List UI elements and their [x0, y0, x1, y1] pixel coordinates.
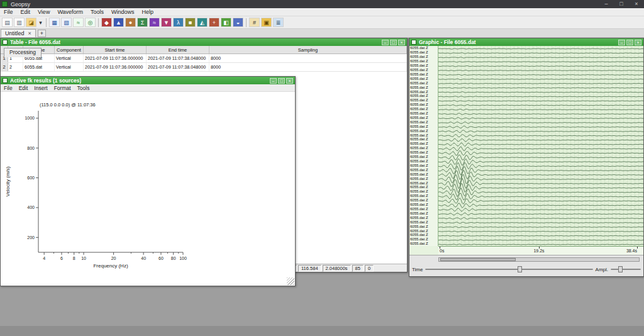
- table-cell[interactable]: Vertical: [55, 63, 84, 71]
- table-cell[interactable]: 2021-07-09 11:07:36.000000: [84, 63, 147, 71]
- main-close-button[interactable]: ×: [629, 0, 644, 8]
- trace-label[interactable]: 6055.dat Z: [409, 176, 438, 181]
- table-window-close-button[interactable]: ×: [398, 40, 405, 45]
- trace-label[interactable]: 6055.dat Z: [409, 137, 438, 142]
- trace-label[interactable]: 6055.dat Z: [409, 76, 438, 81]
- group-view-icon[interactable]: ▧: [61, 18, 72, 27]
- map-view-icon[interactable]: ◎: [85, 18, 96, 27]
- table-row[interactable]: 226055.datVertical2021-07-09 11:07:36.00…: [1, 63, 407, 72]
- trace-label[interactable]: 6055.dat Z: [409, 85, 438, 89]
- trace-label[interactable]: 6055.dat Z: [409, 146, 438, 150]
- menu-tools[interactable]: Tools: [87, 8, 108, 16]
- tool-icon-8[interactable]: ■: [185, 18, 196, 27]
- trace-label[interactable]: 6055.dat Z: [409, 55, 438, 59]
- time-slider-handle[interactable]: [518, 266, 522, 272]
- table-cell[interactable]: 2021-07-09 11:07:38.048000: [147, 54, 209, 62]
- fk-menu-tools[interactable]: Tools: [74, 84, 93, 92]
- main-titlebar[interactable]: Geopsy –□×: [0, 0, 644, 8]
- trace-label[interactable]: 6055.dat Z: [409, 203, 438, 207]
- table-cell[interactable]: Vertical: [55, 54, 84, 62]
- table-cell[interactable]: 8000: [209, 63, 407, 71]
- trace-label[interactable]: 6055.dat Z: [409, 167, 438, 172]
- folder-dropdown-arrow-icon[interactable]: ▾: [38, 18, 43, 27]
- column-header-component[interactable]: Component: [55, 46, 84, 53]
- table-cell[interactable]: 6055.dat: [23, 63, 55, 71]
- column-header-end-time[interactable]: End time: [147, 46, 209, 53]
- trace-label[interactable]: 6055.dat Z: [409, 159, 438, 164]
- row-header[interactable]: 2: [1, 63, 8, 71]
- tab-close-icon[interactable]: ×: [28, 30, 31, 36]
- menu-file[interactable]: File: [0, 8, 17, 16]
- trace-label[interactable]: 6055.dat Z: [409, 128, 438, 133]
- fk-window-close-button[interactable]: ×: [286, 78, 293, 84]
- tool-icon-3[interactable]: ●: [125, 18, 136, 27]
- trace-label[interactable]: 6055.dat Z: [409, 198, 438, 203]
- column-header-start-time[interactable]: Start time: [84, 46, 147, 53]
- fk-menu-file[interactable]: File: [1, 84, 16, 92]
- scrollbar-handle[interactable]: [440, 258, 516, 261]
- table-cell[interactable]: 2021-07-09 11:07:36.000000: [84, 54, 147, 62]
- tool-icon-6[interactable]: ▼: [161, 18, 172, 27]
- trace-label[interactable]: 6055.dat Z: [409, 181, 438, 185]
- trace-label[interactable]: 6055.dat Z: [409, 46, 438, 50]
- fk-menu-insert[interactable]: Insert: [31, 84, 50, 92]
- trace-label[interactable]: 6055.dat Z: [409, 64, 438, 68]
- trace-label[interactable]: 6055.dat Z: [409, 116, 438, 120]
- trace-label[interactable]: 6055.dat Z: [409, 120, 438, 124]
- main-minimize-button[interactable]: –: [599, 0, 614, 8]
- trace-label[interactable]: 6055.dat Z: [409, 215, 438, 220]
- add-tab-button[interactable]: +: [38, 30, 46, 37]
- trace-label[interactable]: 6055.dat Z: [409, 124, 438, 128]
- fk-window-minimize-button[interactable]: –: [270, 78, 277, 84]
- menu-waveform[interactable]: Waveform: [53, 8, 87, 16]
- tool-icon-9[interactable]: ◭: [197, 18, 208, 27]
- trace-label[interactable]: 6055.dat Z: [409, 68, 438, 72]
- slider-track[interactable]: [425, 269, 592, 270]
- fk-menu-format[interactable]: Format: [51, 84, 74, 92]
- trace-label[interactable]: 6055.dat Z: [409, 224, 438, 228]
- trace-label[interactable]: 6055.dat Z: [409, 228, 438, 233]
- trace-label[interactable]: 6055.dat Z: [409, 111, 438, 116]
- open-file-icon[interactable]: ▥: [14, 18, 25, 27]
- tool-icon-7[interactable]: λ: [173, 18, 184, 27]
- graphic-view-icon[interactable]: ≈: [73, 18, 84, 27]
- graphic-window-titlebar[interactable]: Graphic - File 6055.dat –□×: [409, 38, 643, 46]
- tool-icon-11[interactable]: ◧: [221, 18, 231, 27]
- new-document-icon[interactable]: ▤: [2, 18, 13, 27]
- trace-label[interactable]: 6055.dat Z: [409, 103, 438, 107]
- tool-icon-5[interactable]: ≈: [149, 18, 160, 27]
- trace-label[interactable]: 6055.dat Z: [409, 59, 438, 64]
- table-view-icon[interactable]: ▦: [49, 18, 60, 27]
- tool-icon-1[interactable]: ◆: [101, 18, 112, 27]
- table-cell[interactable]: 2021-07-09 11:07:38.048000: [147, 63, 209, 71]
- trace-label[interactable]: 6055.dat Z: [409, 163, 438, 167]
- trace-label[interactable]: 6055.dat Z: [409, 94, 438, 98]
- trace-label[interactable]: 6055.dat Z: [409, 194, 438, 198]
- trace-label[interactable]: 6055.dat Z: [409, 242, 438, 246]
- trace-label[interactable]: 6055.dat Z: [409, 207, 438, 211]
- menu-edit[interactable]: Edit: [17, 8, 35, 16]
- trace-label[interactable]: 6055.dat Z: [409, 220, 438, 224]
- trace-label[interactable]: 6055.dat Z: [409, 72, 438, 76]
- tool-icon-2[interactable]: ▲: [113, 18, 124, 27]
- tool-icon-10[interactable]: +: [209, 18, 219, 27]
- main-maximize-button[interactable]: □: [614, 0, 629, 8]
- fk-menu-edit[interactable]: Edit: [16, 84, 31, 92]
- trace-label[interactable]: 6055.dat Z: [409, 107, 438, 111]
- open-folder-icon[interactable]: ◪: [26, 18, 36, 27]
- trace-label[interactable]: 6055.dat Z: [409, 89, 438, 94]
- trace-label[interactable]: 6055.dat Z: [409, 237, 438, 242]
- trace-label[interactable]: 6055.dat Z: [409, 172, 438, 176]
- trace-label[interactable]: 6055.dat Z: [409, 155, 438, 159]
- trace-label[interactable]: 6055.dat Z: [409, 189, 438, 194]
- fk-window-maximize-button[interactable]: □: [278, 78, 285, 84]
- ampl-slider-handle[interactable]: [618, 266, 623, 272]
- fk-window-titlebar[interactable]: Active fk results (1 sources) –□×: [1, 77, 295, 84]
- column-header-sampling[interactable]: Sampling: [209, 46, 407, 53]
- menu-view[interactable]: View: [34, 8, 53, 16]
- table-window-minimize-button[interactable]: –: [382, 40, 389, 45]
- horizontal-scrollbar[interactable]: [438, 257, 640, 262]
- tab-untitled[interactable]: Untitled ×: [1, 29, 36, 37]
- trace-label[interactable]: 6055.dat Z: [409, 185, 438, 189]
- table-cell[interactable]: 2: [8, 63, 23, 71]
